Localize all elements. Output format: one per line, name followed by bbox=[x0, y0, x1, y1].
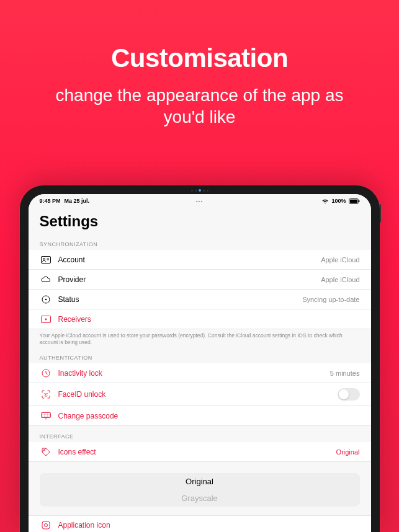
row-label: Receivers bbox=[58, 315, 91, 324]
row-provider[interactable]: Provider Apple iCloud bbox=[29, 270, 371, 290]
status-bar: 9:45 PM Ma 25 jul. ••• 100% bbox=[29, 194, 371, 205]
account-card-icon bbox=[40, 256, 52, 264]
app-icon-icon bbox=[40, 521, 52, 530]
row-inactivity-lock[interactable]: Inactivity lock 5 minutes bbox=[29, 363, 371, 383]
row-receivers[interactable]: Receivers bbox=[29, 309, 371, 329]
section-header-auth: AUTHENTICATION bbox=[29, 347, 371, 363]
svg-point-23 bbox=[47, 415, 48, 416]
svg-rect-2 bbox=[359, 200, 359, 202]
tag-icon bbox=[40, 448, 52, 456]
row-status[interactable]: Status Syncing up-to-date bbox=[29, 290, 371, 309]
row-label: Inactivity lock bbox=[58, 369, 102, 378]
section-header-sync: SYNCHRONIZATION bbox=[29, 234, 371, 250]
wifi-icon bbox=[321, 198, 329, 204]
device-frame: 9:45 PM Ma 25 jul. ••• 100% Settings SYN… bbox=[20, 185, 380, 532]
cloud-icon bbox=[40, 276, 52, 283]
svg-rect-14 bbox=[41, 412, 50, 417]
faceid-icon bbox=[40, 390, 52, 399]
row-label: FaceID unlock bbox=[58, 390, 106, 399]
sync-status-icon bbox=[40, 295, 52, 304]
row-change-passcode[interactable]: Change passcode bbox=[29, 406, 371, 426]
row-value: Syncing up-to-date bbox=[302, 296, 359, 303]
row-value: Apple iCloud bbox=[321, 276, 359, 283]
svg-point-15 bbox=[42, 414, 43, 414]
battery-icon bbox=[349, 198, 360, 204]
row-value: 5 minutes bbox=[330, 370, 360, 377]
svg-point-18 bbox=[47, 414, 48, 414]
svg-point-4 bbox=[43, 258, 45, 260]
row-value: Apple iCloud bbox=[321, 256, 359, 264]
hero-subtitle: change the appearance of the app as you'… bbox=[51, 84, 349, 128]
row-label: Account bbox=[58, 255, 85, 264]
svg-point-13 bbox=[47, 393, 47, 394]
picker-option-grayscale[interactable]: Grayscale bbox=[40, 490, 360, 507]
svg-rect-1 bbox=[349, 199, 357, 202]
clock-icon bbox=[40, 369, 52, 378]
row-label: Icons effect bbox=[58, 448, 96, 456]
row-label: Application icon bbox=[58, 521, 110, 530]
svg-point-24 bbox=[48, 415, 49, 416]
status-date: Ma 25 jul. bbox=[65, 198, 90, 204]
row-icons-effect[interactable]: Icons effect Original bbox=[29, 442, 371, 462]
icons-effect-picker[interactable]: Original Grayscale bbox=[40, 473, 360, 507]
status-time: 9:45 PM bbox=[40, 198, 61, 204]
svg-point-16 bbox=[44, 414, 45, 414]
hero-title: Customisation bbox=[25, 43, 374, 73]
svg-point-17 bbox=[45, 414, 46, 414]
row-value: Original bbox=[336, 448, 360, 456]
status-multitask-icon: ••• bbox=[196, 198, 203, 204]
row-account[interactable]: Account Apple iCloud bbox=[29, 250, 371, 270]
row-label: Provider bbox=[58, 275, 86, 284]
svg-point-27 bbox=[44, 524, 47, 527]
section-footer-sync: Your Apple iCloud account is used to sto… bbox=[29, 329, 371, 347]
row-application-icon[interactable]: Application icon bbox=[29, 515, 371, 532]
device-side-button bbox=[380, 204, 381, 223]
svg-rect-3 bbox=[41, 256, 50, 263]
row-label: Change passcode bbox=[58, 412, 119, 420]
row-faceid[interactable]: FaceID unlock bbox=[29, 383, 371, 406]
svg-point-8 bbox=[45, 298, 47, 300]
device-screen: 9:45 PM Ma 25 jul. ••• 100% Settings SYN… bbox=[29, 194, 371, 532]
page-title: Settings bbox=[29, 205, 371, 234]
svg-rect-26 bbox=[42, 521, 50, 529]
section-header-interface: INTERFACE bbox=[29, 426, 371, 442]
receivers-icon bbox=[40, 316, 52, 323]
battery-percent: 100% bbox=[331, 198, 346, 204]
keyboard-icon bbox=[40, 412, 52, 420]
svg-point-22 bbox=[45, 415, 46, 416]
picker-option-original[interactable]: Original bbox=[40, 473, 360, 490]
svg-point-10 bbox=[45, 318, 47, 320]
svg-point-20 bbox=[42, 415, 43, 416]
row-label: Status bbox=[58, 295, 79, 304]
svg-point-21 bbox=[44, 415, 45, 416]
device-camera bbox=[191, 189, 208, 192]
faceid-toggle[interactable] bbox=[338, 388, 360, 401]
svg-point-19 bbox=[48, 414, 49, 414]
svg-point-12 bbox=[44, 393, 45, 394]
